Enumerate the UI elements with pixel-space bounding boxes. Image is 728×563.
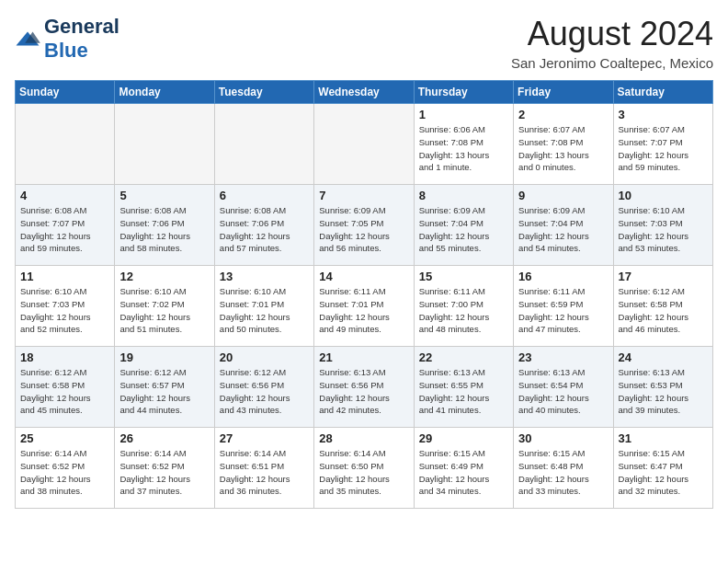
calendar-week-row: 11Sunrise: 6:10 AM Sunset: 7:03 PM Dayli…: [16, 266, 713, 347]
day-info: Sunrise: 6:06 AM Sunset: 7:08 PM Dayligh…: [419, 123, 508, 174]
day-info: Sunrise: 6:09 AM Sunset: 7:04 PM Dayligh…: [518, 204, 608, 255]
day-info: Sunrise: 6:15 AM Sunset: 6:48 PM Dayligh…: [518, 447, 608, 498]
calendar-cell: 30Sunrise: 6:15 AM Sunset: 6:48 PM Dayli…: [514, 428, 613, 509]
calendar-cell: 12Sunrise: 6:10 AM Sunset: 7:02 PM Dayli…: [115, 266, 214, 347]
day-number: 28: [319, 431, 408, 445]
day-info: Sunrise: 6:11 AM Sunset: 7:00 PM Dayligh…: [419, 285, 508, 336]
calendar-cell: 22Sunrise: 6:13 AM Sunset: 6:55 PM Dayli…: [414, 347, 513, 428]
day-header-wednesday: Wednesday: [314, 81, 414, 104]
day-number: 18: [20, 350, 109, 364]
day-header-friday: Friday: [514, 81, 613, 104]
logo-area: General Blue: [15, 15, 119, 63]
day-info: Sunrise: 6:15 AM Sunset: 6:49 PM Dayligh…: [419, 447, 508, 498]
calendar-cell: 2Sunrise: 6:07 AM Sunset: 7:08 PM Daylig…: [514, 104, 613, 185]
calendar-cell: 14Sunrise: 6:11 AM Sunset: 7:01 PM Dayli…: [314, 266, 414, 347]
calendar-table: SundayMondayTuesdayWednesdayThursdayFrid…: [15, 80, 713, 509]
day-info: Sunrise: 6:14 AM Sunset: 6:52 PM Dayligh…: [20, 447, 109, 498]
calendar-cell: 4Sunrise: 6:08 AM Sunset: 7:07 PM Daylig…: [16, 185, 115, 266]
calendar-cell: 18Sunrise: 6:12 AM Sunset: 6:58 PM Dayli…: [16, 347, 115, 428]
day-info: Sunrise: 6:10 AM Sunset: 7:02 PM Dayligh…: [119, 285, 209, 336]
calendar-cell: 11Sunrise: 6:10 AM Sunset: 7:03 PM Dayli…: [16, 266, 115, 347]
logo-icon: [15, 30, 40, 47]
calendar-cell: 31Sunrise: 6:15 AM Sunset: 6:47 PM Dayli…: [613, 428, 712, 509]
month-title: August 2024: [511, 15, 713, 53]
calendar-cell: 7Sunrise: 6:09 AM Sunset: 7:05 PM Daylig…: [314, 185, 414, 266]
calendar-cell: [314, 104, 414, 185]
day-number: 21: [319, 350, 408, 364]
calendar-header-row: SundayMondayTuesdayWednesdayThursdayFrid…: [16, 81, 713, 104]
calendar-cell: 8Sunrise: 6:09 AM Sunset: 7:04 PM Daylig…: [414, 185, 513, 266]
day-info: Sunrise: 6:14 AM Sunset: 6:52 PM Dayligh…: [119, 447, 209, 498]
logo-text: General Blue: [44, 15, 119, 63]
calendar-week-row: 1Sunrise: 6:06 AM Sunset: 7:08 PM Daylig…: [16, 104, 713, 185]
day-info: Sunrise: 6:12 AM Sunset: 6:56 PM Dayligh…: [220, 366, 309, 417]
day-number: 6: [220, 189, 309, 202]
day-info: Sunrise: 6:07 AM Sunset: 7:07 PM Dayligh…: [619, 123, 708, 174]
calendar-cell: 23Sunrise: 6:13 AM Sunset: 6:54 PM Dayli…: [514, 347, 613, 428]
day-info: Sunrise: 6:14 AM Sunset: 6:50 PM Dayligh…: [319, 447, 408, 498]
day-number: 9: [518, 189, 608, 202]
calendar-week-row: 18Sunrise: 6:12 AM Sunset: 6:58 PM Dayli…: [16, 347, 713, 428]
day-header-saturday: Saturday: [613, 81, 712, 104]
day-info: Sunrise: 6:09 AM Sunset: 7:05 PM Dayligh…: [319, 204, 408, 255]
calendar-cell: 5Sunrise: 6:08 AM Sunset: 7:06 PM Daylig…: [115, 185, 214, 266]
calendar-cell: 24Sunrise: 6:13 AM Sunset: 6:53 PM Dayli…: [613, 347, 712, 428]
day-header-thursday: Thursday: [414, 81, 513, 104]
day-number: 24: [619, 350, 708, 364]
day-number: 14: [319, 270, 408, 283]
day-number: 31: [619, 431, 708, 445]
calendar-cell: 1Sunrise: 6:06 AM Sunset: 7:08 PM Daylig…: [414, 104, 513, 185]
day-number: 7: [319, 189, 408, 202]
day-info: Sunrise: 6:12 AM Sunset: 6:57 PM Dayligh…: [119, 366, 209, 417]
page-header: General Blue August 2024 San Jeronimo Co…: [15, 15, 713, 71]
day-header-tuesday: Tuesday: [214, 81, 313, 104]
day-info: Sunrise: 6:15 AM Sunset: 6:47 PM Dayligh…: [619, 447, 708, 498]
calendar-cell: 27Sunrise: 6:14 AM Sunset: 6:51 PM Dayli…: [214, 428, 313, 509]
calendar-cell: 3Sunrise: 6:07 AM Sunset: 7:07 PM Daylig…: [613, 104, 712, 185]
calendar-cell: 9Sunrise: 6:09 AM Sunset: 7:04 PM Daylig…: [514, 185, 613, 266]
calendar-cell: [115, 104, 214, 185]
day-number: 17: [619, 270, 708, 283]
day-info: Sunrise: 6:07 AM Sunset: 7:08 PM Dayligh…: [518, 123, 608, 174]
day-number: 12: [119, 270, 209, 283]
day-info: Sunrise: 6:11 AM Sunset: 7:01 PM Dayligh…: [319, 285, 408, 336]
calendar-cell: [214, 104, 313, 185]
day-number: 1: [419, 108, 508, 121]
calendar-cell: 16Sunrise: 6:11 AM Sunset: 6:59 PM Dayli…: [514, 266, 613, 347]
day-number: 19: [119, 350, 209, 364]
day-info: Sunrise: 6:13 AM Sunset: 6:55 PM Dayligh…: [419, 366, 508, 417]
calendar-cell: 26Sunrise: 6:14 AM Sunset: 6:52 PM Dayli…: [115, 428, 214, 509]
day-number: 11: [20, 270, 109, 283]
day-number: 8: [419, 189, 508, 202]
day-info: Sunrise: 6:10 AM Sunset: 7:03 PM Dayligh…: [20, 285, 109, 336]
day-number: 2: [518, 108, 608, 121]
calendar-cell: 6Sunrise: 6:08 AM Sunset: 7:06 PM Daylig…: [214, 185, 313, 266]
day-number: 26: [119, 431, 209, 445]
calendar-cell: 25Sunrise: 6:14 AM Sunset: 6:52 PM Dayli…: [16, 428, 115, 509]
day-number: 25: [20, 431, 109, 445]
calendar-week-row: 4Sunrise: 6:08 AM Sunset: 7:07 PM Daylig…: [16, 185, 713, 266]
day-info: Sunrise: 6:12 AM Sunset: 6:58 PM Dayligh…: [20, 366, 109, 417]
day-number: 15: [419, 270, 508, 283]
day-header-sunday: Sunday: [16, 81, 115, 104]
day-info: Sunrise: 6:11 AM Sunset: 6:59 PM Dayligh…: [518, 285, 608, 336]
day-number: 10: [619, 189, 708, 202]
day-info: Sunrise: 6:08 AM Sunset: 7:06 PM Dayligh…: [119, 204, 209, 255]
calendar-cell: 19Sunrise: 6:12 AM Sunset: 6:57 PM Dayli…: [115, 347, 214, 428]
day-number: 5: [119, 189, 209, 202]
calendar-cell: 17Sunrise: 6:12 AM Sunset: 6:58 PM Dayli…: [613, 266, 712, 347]
day-info: Sunrise: 6:13 AM Sunset: 6:56 PM Dayligh…: [319, 366, 408, 417]
calendar-cell: [16, 104, 115, 185]
calendar-cell: 15Sunrise: 6:11 AM Sunset: 7:00 PM Dayli…: [414, 266, 513, 347]
day-info: Sunrise: 6:08 AM Sunset: 7:06 PM Dayligh…: [220, 204, 309, 255]
day-number: 4: [20, 189, 109, 202]
calendar-cell: 10Sunrise: 6:10 AM Sunset: 7:03 PM Dayli…: [613, 185, 712, 266]
day-number: 13: [220, 270, 309, 283]
title-area: August 2024 San Jeronimo Coaltepec, Mexi…: [511, 15, 713, 71]
calendar-cell: 20Sunrise: 6:12 AM Sunset: 6:56 PM Dayli…: [214, 347, 313, 428]
day-info: Sunrise: 6:10 AM Sunset: 7:01 PM Dayligh…: [220, 285, 309, 336]
day-header-monday: Monday: [115, 81, 214, 104]
calendar-cell: 28Sunrise: 6:14 AM Sunset: 6:50 PM Dayli…: [314, 428, 414, 509]
day-info: Sunrise: 6:12 AM Sunset: 6:58 PM Dayligh…: [619, 285, 708, 336]
day-number: 27: [220, 431, 309, 445]
